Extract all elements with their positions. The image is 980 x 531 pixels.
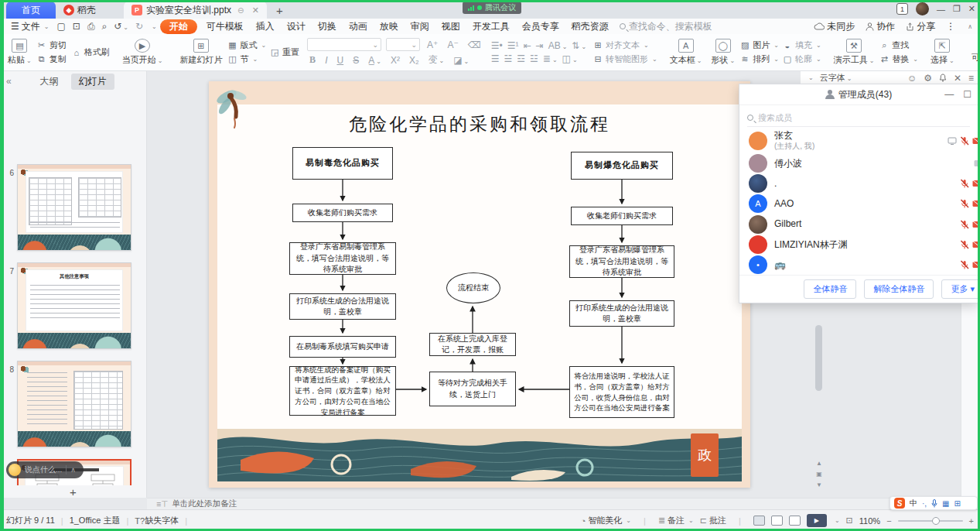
comment-toggle-button[interactable]: ⊏批注 bbox=[700, 515, 726, 526]
prev-slide-button[interactable]: ▲ bbox=[816, 460, 822, 467]
strike-button[interactable]: S bbox=[350, 55, 361, 66]
menu-member[interactable]: 会员专享 bbox=[516, 19, 565, 34]
slideshow-play-button[interactable]: ▶ bbox=[807, 514, 827, 527]
sync-status[interactable]: 未同步 bbox=[814, 20, 855, 33]
play-from-current-button[interactable]: ▶当页开始⌄ bbox=[118, 39, 168, 66]
slide-thumbnail-8[interactable] bbox=[17, 361, 131, 447]
menu-keniu[interactable]: 可牛模板 bbox=[200, 19, 250, 34]
badge-count[interactable]: 1 bbox=[896, 3, 908, 15]
print-icon[interactable]: ⎙ bbox=[87, 21, 95, 32]
mic-muted-icon[interactable] bbox=[960, 260, 969, 269]
superscript-button[interactable]: X² bbox=[388, 55, 402, 66]
member-row-host[interactable]: 张玄 (主持人, 我) bbox=[739, 128, 978, 153]
camera-off-icon[interactable] bbox=[972, 241, 978, 248]
close-button[interactable]: ✕ bbox=[968, 4, 975, 14]
normal-view-button[interactable] bbox=[753, 516, 765, 526]
menu-home[interactable]: 开始 bbox=[160, 19, 197, 34]
menu-insert[interactable]: 插入 bbox=[250, 19, 281, 34]
ime-mode-chinese[interactable]: 中 bbox=[910, 498, 917, 509]
missing-font-label[interactable]: 缺失字体 bbox=[145, 515, 179, 526]
align-center-icon[interactable]: ☱ bbox=[504, 53, 513, 64]
member-search-input[interactable] bbox=[758, 113, 928, 122]
section-button[interactable]: ◫节⌄ bbox=[227, 53, 266, 65]
mute-all-button[interactable]: 全体静音 bbox=[804, 279, 856, 299]
next-slide-button[interactable]: ▼ bbox=[816, 481, 822, 488]
slide-sorter-view-button[interactable] bbox=[771, 516, 783, 526]
slide-jump-button[interactable]: ▣ bbox=[816, 471, 822, 478]
close-bar-icon[interactable]: ✕ bbox=[954, 73, 961, 84]
member-row[interactable]: Gilbert bbox=[739, 214, 978, 235]
textbox-button[interactable]: A文本框⌄ bbox=[665, 39, 707, 66]
mic-muted-icon[interactable] bbox=[960, 220, 969, 229]
to-smartart-button[interactable]: ⊟转智能图形⌄ bbox=[592, 53, 657, 65]
clear-format-button[interactable]: ⌫ bbox=[466, 39, 483, 50]
panel-minimize-icon[interactable]: — bbox=[944, 89, 954, 100]
customize-toolbar-icon[interactable]: ⌄ bbox=[152, 23, 157, 30]
notes-toggle-button[interactable]: ≣备注⌄ bbox=[658, 515, 694, 526]
menu-docer-res[interactable]: 稻壳资源 bbox=[565, 19, 615, 34]
find-button[interactable]: ⌕查找 bbox=[879, 39, 918, 51]
menu-animation[interactable]: 动画 bbox=[343, 19, 374, 34]
menu-transition[interactable]: 切换 bbox=[312, 19, 343, 34]
camera-off-icon[interactable] bbox=[972, 180, 978, 187]
keniu-template-button[interactable]: 可牛模板 bbox=[967, 41, 980, 63]
ime-toolbar[interactable]: S 中 ·, ▦ ⊞ bbox=[890, 496, 978, 510]
mic-muted-icon[interactable] bbox=[960, 240, 969, 249]
ime-punctuation-icon[interactable]: ·, bbox=[922, 499, 927, 508]
notification-bell-icon[interactable] bbox=[939, 74, 947, 82]
fit-window-icon[interactable]: ⊡ bbox=[846, 516, 853, 526]
zoom-out-button[interactable]: − bbox=[886, 516, 891, 526]
expand-chat-icon[interactable]: ∧ bbox=[70, 466, 76, 474]
minimize-button[interactable]: — bbox=[937, 5, 945, 14]
cut-button[interactable]: ✂剪切 bbox=[36, 39, 67, 51]
layout-button[interactable]: ▦版式⌄ bbox=[227, 39, 266, 51]
numbering-icon[interactable]: ☰¹ bbox=[507, 40, 519, 51]
camera-off-icon[interactable] bbox=[974, 159, 978, 167]
file-menu[interactable]: ☰ 文件 ⌄ bbox=[11, 20, 49, 33]
export-icon[interactable]: ⊡ bbox=[73, 21, 80, 32]
comment-smiley-icon[interactable]: ☺ bbox=[907, 73, 917, 84]
zoom-slider-knob[interactable] bbox=[932, 517, 940, 525]
member-row[interactable]: LIMZIYIAN林子渊 bbox=[739, 235, 978, 255]
highlight-button[interactable]: ◪⌄ bbox=[451, 55, 471, 66]
copy-button[interactable]: ⧉复制 bbox=[36, 53, 67, 65]
reset-button[interactable]: ◲重置 bbox=[269, 46, 299, 58]
camera-off-icon[interactable] bbox=[972, 200, 978, 207]
panel-maximize-icon[interactable]: ☐ bbox=[963, 89, 971, 100]
line-spacing-icon[interactable]: ≣⌄ bbox=[543, 53, 558, 64]
user-avatar[interactable] bbox=[916, 2, 929, 15]
redo-icon[interactable]: ↻ bbox=[135, 21, 143, 32]
arrange-button[interactable]: ≋排列⌄ bbox=[739, 53, 779, 65]
emoji-icon[interactable] bbox=[9, 464, 21, 476]
save-icon[interactable]: ▢ bbox=[56, 21, 65, 32]
justify-icon[interactable]: ☳ bbox=[530, 53, 538, 64]
slide-thumbnail-6[interactable] bbox=[17, 164, 131, 251]
unmute-all-button[interactable]: 解除全体静音 bbox=[864, 279, 934, 299]
new-slide-button[interactable]: ⊞新建幻灯片 bbox=[175, 39, 227, 66]
beautify-button[interactable]: ◔智能美化⌄ bbox=[581, 515, 631, 526]
command-search[interactable]: 查找命令、搜索模板 bbox=[620, 20, 712, 33]
tab-slides[interactable]: 幻灯片 bbox=[71, 74, 114, 90]
mic-muted-icon[interactable] bbox=[960, 199, 969, 208]
member-row[interactable]: 傅小波 bbox=[739, 153, 978, 173]
play-options-icon[interactable]: ⌄ bbox=[835, 517, 840, 524]
subscript-button[interactable]: X₂ bbox=[407, 55, 422, 66]
tab-docer[interactable]: ◆ 稻壳 bbox=[56, 2, 104, 19]
italic-button[interactable]: I bbox=[323, 55, 330, 66]
share-button[interactable]: 分享 bbox=[906, 20, 935, 33]
collapse-panel-icon[interactable]: « bbox=[6, 76, 12, 87]
theme-name[interactable]: 1_Office 主题 bbox=[70, 515, 121, 526]
outline-button[interactable]: ▢轮廓⌄ bbox=[782, 53, 821, 65]
tencent-meeting-pill[interactable]: 腾讯会议 bbox=[463, 2, 521, 14]
tab-home[interactable]: 首页 bbox=[6, 2, 56, 19]
tab-close-icon[interactable]: ✕ bbox=[252, 5, 259, 15]
phonetic-button[interactable]: 变⌄ bbox=[426, 53, 447, 67]
more-menu-icon[interactable]: ⋮ bbox=[946, 21, 955, 32]
cloud-font-label[interactable]: 云字体⌄ bbox=[820, 72, 852, 84]
slide-thumbnail-7[interactable]: 其他注意事项 bbox=[17, 262, 131, 349]
member-row[interactable]: . bbox=[739, 173, 978, 194]
settings-gear-icon[interactable]: ⚙ bbox=[924, 73, 932, 84]
ime-mic-icon[interactable] bbox=[931, 499, 937, 508]
paste-button[interactable]: ▤粘贴⌄ bbox=[3, 39, 36, 66]
replace-button[interactable]: ⇄替换⌄ bbox=[879, 53, 918, 65]
